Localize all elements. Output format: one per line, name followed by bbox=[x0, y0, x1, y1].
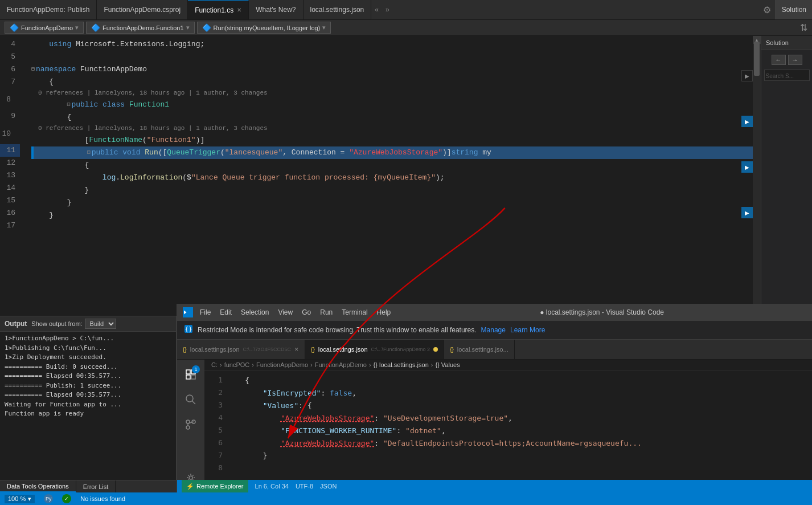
vscode-tab-ls3[interactable]: {} local.settings.jso... bbox=[444, 340, 515, 359]
tab-function1[interactable]: Function1.cs ✕ bbox=[188, 0, 249, 19]
solution-nav-btns: ← → bbox=[764, 55, 810, 65]
menu-selection[interactable]: Selection bbox=[241, 308, 269, 316]
activity-source-control-icon[interactable] bbox=[181, 414, 201, 435]
tab-whatsnew[interactable]: What's New? bbox=[249, 0, 303, 19]
expand-right-btn-3[interactable]: ▶ bbox=[741, 161, 753, 173]
svg-point-6 bbox=[186, 395, 193, 402]
tab-csproj-label: FunctionAppDemo.csproj bbox=[104, 6, 181, 14]
code-line-8: ⊟public class Function1 bbox=[31, 99, 761, 111]
activity-search-icon[interactable] bbox=[181, 389, 201, 410]
output-header: Output Show output from: Build bbox=[0, 316, 176, 332]
solution-back-btn[interactable]: ← bbox=[772, 55, 786, 65]
vscode-icon-indicator: {} bbox=[184, 324, 193, 336]
code-line-5 bbox=[31, 51, 761, 63]
restricted-mode-banner: {} Restricted Mode is intended for safe … bbox=[177, 321, 812, 340]
solution-explorer-header: Solution bbox=[761, 36, 812, 50]
output-source-selector: Show output from: Build bbox=[31, 319, 116, 329]
json-line-3: "Values": { bbox=[227, 400, 812, 412]
code-line-16: } bbox=[31, 209, 761, 222]
output-line-7: ========== Elapsed 00:35.577... bbox=[5, 390, 171, 400]
bottom-tab-bar: Data Tools Operations Error List bbox=[0, 480, 177, 492]
remote-explorer-btn[interactable]: ⚡ Remote Explorer bbox=[182, 480, 248, 492]
menu-go[interactable]: Go bbox=[302, 308, 311, 316]
menu-run[interactable]: Run bbox=[320, 308, 333, 316]
menu-view[interactable]: View bbox=[278, 308, 293, 316]
vscode-statusbar: ⚡ Remote Explorer Ln 6, Col 34 UTF-8 JSO… bbox=[177, 480, 812, 492]
tab-data-tools[interactable]: Data Tools Operations bbox=[0, 480, 76, 492]
output-line-6: ========== Publish: 1 succee... bbox=[5, 381, 171, 391]
output-source-dropdown[interactable]: Build bbox=[85, 319, 116, 329]
collapse-btn-8[interactable]: ⊟ bbox=[67, 100, 70, 109]
zoom-control[interactable]: 100 % ▾ bbox=[5, 495, 35, 503]
svg-point-9 bbox=[186, 426, 190, 429]
scroll-right-btn[interactable]: » bbox=[382, 0, 393, 19]
vscode-main: 1 bbox=[177, 360, 812, 492]
python-icon: Py bbox=[44, 494, 53, 503]
vscode-json-content: { "IsEncrypted": false, "Values": { "Azu… bbox=[227, 372, 812, 492]
vscode-encoding: UTF-8 bbox=[296, 483, 313, 490]
expand-right-btn-1[interactable]: ▶ bbox=[741, 70, 753, 82]
expand-right-btn-2[interactable]: ▶ bbox=[741, 116, 753, 127]
scrollbar-thumb[interactable] bbox=[754, 42, 760, 76]
output-line-4: ========== Build: 0 succeed... bbox=[5, 363, 171, 372]
vscode-code-view: 1 2 3 4 5 6 7 8 { "IsEncrypted": false, bbox=[204, 372, 812, 492]
code-line-15: } bbox=[31, 197, 761, 209]
vscode-editor-area: C: › funcPOC › FunctionAppDemo › Functio… bbox=[204, 360, 812, 492]
code-line-4: using Microsoft.Extensions.Logging; bbox=[31, 38, 761, 51]
tab-csproj[interactable]: FunctionAppDemo.csproj bbox=[97, 0, 188, 19]
json-line-7: } bbox=[227, 450, 812, 462]
expand-right-btn-4[interactable]: ▶ bbox=[741, 207, 753, 218]
tab-whatsnew-label: What's New? bbox=[256, 6, 296, 14]
vs-title-bar: FunctionAppDemo: Publish FunctionAppDemo… bbox=[0, 0, 812, 20]
manage-link[interactable]: Manage bbox=[481, 326, 506, 334]
collapse-btn-11[interactable]: ⊟ bbox=[87, 148, 91, 157]
activity-explorer-icon[interactable]: 1 bbox=[181, 364, 201, 385]
tab-publish[interactable]: FunctionAppDemo: Publish bbox=[0, 0, 97, 19]
code-line-17 bbox=[31, 222, 761, 234]
activity-badge: 1 bbox=[192, 365, 200, 373]
collapse-btn-6[interactable]: ⊟ bbox=[31, 65, 35, 74]
menu-help[interactable]: Help bbox=[377, 308, 391, 316]
no-issues-icon: ✓ bbox=[62, 494, 71, 503]
code-line-7: { bbox=[31, 76, 761, 88]
vscode-tab-ls2[interactable]: {} local.settings.json C:\...\FunctionAp… bbox=[305, 340, 444, 359]
solution-forward-btn[interactable]: → bbox=[788, 55, 802, 65]
output-content: 1>FunctionAppDemo > C:\fun... 1>Publishi… bbox=[0, 332, 176, 421]
output-line-8: Waiting for Function app to ... bbox=[5, 400, 171, 410]
menu-terminal[interactable]: Terminal bbox=[342, 308, 367, 316]
settings-btn[interactable]: ⚙ bbox=[758, 0, 776, 19]
solution-panel-tab[interactable]: Solution bbox=[776, 0, 812, 19]
code-line-6: ⊟namespace FunctionAppDemo bbox=[31, 63, 761, 76]
tab-localsettings[interactable]: local.settings.json bbox=[304, 0, 372, 19]
code-line-9: { bbox=[31, 111, 761, 124]
svg-line-7 bbox=[192, 401, 196, 405]
code-line-10: [FunctionName("Function1")] bbox=[31, 134, 761, 146]
output-line-2: 1>Publishing C:\func\Fun... bbox=[5, 344, 171, 353]
json-line-4: "AzureWebJobsStorage": "UseDevelopmentSt… bbox=[227, 412, 812, 425]
search-box-solution[interactable]: Search S... bbox=[764, 70, 810, 81]
vscode-tab-ls1[interactable]: {} local.settings.json C:\...\7zO4F5CCD5… bbox=[177, 340, 305, 359]
code-line-11: ⊟public void Run([QueueTrigger("lancesqu… bbox=[31, 146, 761, 159]
breadcrumb-adjust-btn[interactable]: ⇅ bbox=[800, 22, 807, 33]
close-icon[interactable]: ✕ bbox=[237, 7, 241, 13]
svg-text:{}: {} bbox=[184, 325, 192, 333]
vscode-overlay: File Edit Selection View Go Run Terminal… bbox=[177, 304, 812, 492]
no-issues-text: No issues found bbox=[80, 495, 125, 502]
json-line-5: "FUNCTIONS_WORKER_RUNTIME": "dotnet", bbox=[227, 425, 812, 437]
tab-error-list[interactable]: Error List bbox=[76, 480, 116, 492]
scroll-left-btn[interactable]: « bbox=[371, 0, 382, 19]
main-area: 4 5 6 7 8 9 10 11 12 13 14 15 16 1 bbox=[0, 36, 812, 505]
menu-edit[interactable]: Edit bbox=[220, 308, 232, 316]
learn-more-link[interactable]: Learn More bbox=[510, 326, 545, 334]
svg-rect-2 bbox=[186, 370, 190, 374]
tab-function1-label: Function1.cs bbox=[195, 6, 233, 14]
meta-class: 0 references | lancelyons, 18 hours ago … bbox=[31, 88, 761, 99]
output-line-9: Function app is ready bbox=[5, 409, 171, 419]
output-line-3: 1>Zip Deployment succeeded. bbox=[5, 353, 171, 363]
breadcrumb-class[interactable]: 🔷 FunctionAppDemo.Function1 ▾ bbox=[86, 22, 194, 34]
breadcrumb-method[interactable]: 🔷 Run(string myQueueItem, ILogger log) ▾ bbox=[197, 22, 331, 34]
vscode-breadcrumb: C: › funcPOC › FunctionAppDemo › Functio… bbox=[204, 360, 812, 370]
vscode-window-title: ● local.settings.json - Visual Studio Co… bbox=[540, 308, 664, 316]
menu-file[interactable]: File bbox=[200, 308, 211, 316]
breadcrumb-namespace[interactable]: 🔷 FunctionAppDemo ▾ bbox=[5, 22, 84, 34]
